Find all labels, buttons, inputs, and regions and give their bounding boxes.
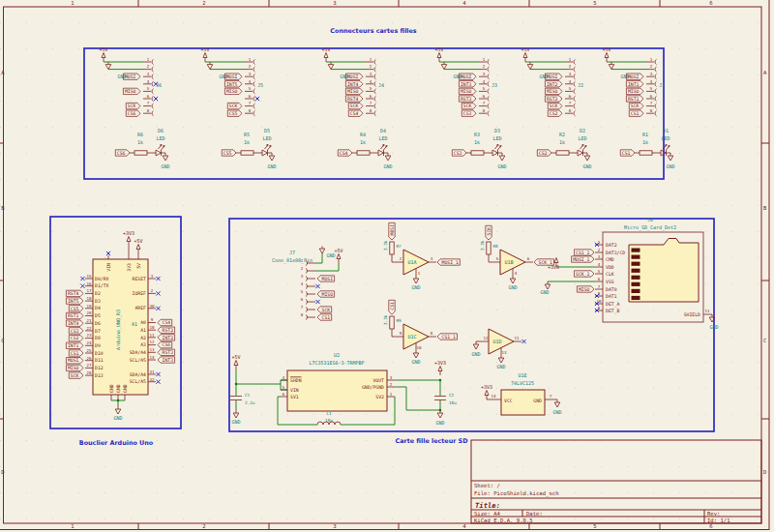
net-label-MISO[interactable]: MISO xyxy=(317,291,335,297)
net-label-MISO[interactable]: MISO xyxy=(626,88,643,94)
net-label-MOSI[interactable]: MOSI xyxy=(317,276,335,281)
net-label-RST2[interactable]: RST2 xyxy=(158,327,175,333)
net-label-INT3[interactable]: INT3 xyxy=(158,357,175,363)
net-label-SCK[interactable]: SCK xyxy=(629,103,643,108)
led-chain-d6[interactable]: CS6R61kD6LEDGND xyxy=(115,128,169,169)
connector-j5[interactable]: 12345678+5VGNDMOSIINT5MISOSCKCS5J5 xyxy=(200,46,263,116)
net-label-CS2[interactable]: CS2 xyxy=(69,335,83,340)
connector-j4[interactable]: 12345678+5VGNDMOSIINT4MISORST4SCKCS4J4 xyxy=(321,46,384,116)
net-label-MOSI[interactable]: MOSI xyxy=(389,222,395,240)
net-label-CS6[interactable]: CS6 xyxy=(115,150,130,156)
net-label-CS2[interactable]: CS2 xyxy=(548,110,562,116)
net-label-MISO[interactable]: MISO xyxy=(545,88,562,94)
net-label-MISO[interactable]: MISO xyxy=(224,88,242,94)
net-label-RST2[interactable]: RST2 xyxy=(545,96,562,102)
buffer-u1a[interactable]: U1AMOSI3.3kR723MOSI_11GND xyxy=(383,222,460,290)
net-label-CS5[interactable]: CS5 xyxy=(69,306,83,311)
net-label-RST1[interactable]: RST1 xyxy=(626,96,643,102)
net-label-SCK[interactable]: SCK xyxy=(227,103,242,108)
net-label-SCK[interactable]: SCK xyxy=(126,103,140,108)
net-label-CS5[interactable]: CS5 xyxy=(227,110,242,116)
net-label-MOSI[interactable]: MOSI xyxy=(345,74,363,79)
net-label-INT4[interactable]: INT4 xyxy=(345,81,363,87)
net-label-CS4[interactable]: CS4 xyxy=(348,110,363,116)
net-label-INT2[interactable]: INT2 xyxy=(158,335,175,340)
net-label-SCK[interactable]: SCK xyxy=(348,103,363,108)
net-label-MISO[interactable]: MISO xyxy=(123,88,140,94)
connector-j7[interactable]: J7Conn_01x08_Pin1GND2+5V3MOSI45MISO67SCK… xyxy=(272,247,343,321)
net-label-CS1_1[interactable]: CS1_1 xyxy=(575,250,595,256)
regulator-u2[interactable]: U2LTC3531ES6-3-TRMPBF4SHDN5VIN6SV13VOUT2… xyxy=(230,352,457,426)
net-label-CS2[interactable]: CS2 xyxy=(537,150,551,156)
connector-j6[interactable]: 12345678+5VGNDMOSIMISOSCKCS6J6 xyxy=(99,46,162,116)
net-label-CS4[interactable]: CS4 xyxy=(158,319,172,325)
sd-card-j8[interactable]: J8Micro_SD_Card_Det21DAT22DAT3/CDCS1_13C… xyxy=(540,217,718,330)
connector-j1[interactable]: 12345678+5VGNDMOSIINT1MISORST1SCKCS1J1 xyxy=(602,46,665,116)
net-label-RST4[interactable]: RST4 xyxy=(66,290,83,296)
net-label-MOSI[interactable]: MOSI xyxy=(626,74,643,79)
net-label-INT5[interactable]: INT5 xyxy=(224,81,242,87)
pin-number: 26 xyxy=(87,356,92,361)
net-label-MOSI_1[interactable]: MOSI_1 xyxy=(437,259,460,266)
pin-number: 5 xyxy=(283,385,285,390)
net-label-CS3[interactable]: CS3 xyxy=(69,328,83,334)
led-chain-d1[interactable]: CS1R11kD1LEDGND xyxy=(620,128,674,169)
pin-number: 18 xyxy=(87,296,92,301)
connector-j2[interactable]: 12345678+5VGNDMOSIINT2MISORST2SCKCS2J2 xyxy=(521,46,583,116)
net-label-CS5[interactable]: CS5 xyxy=(222,150,236,156)
net-label-RST3[interactable]: RST3 xyxy=(158,349,175,355)
ic-u1e[interactable]: U1E74LVC125+3V314VCCGND7GND xyxy=(481,372,562,415)
net-label-INT5[interactable]: INT5 xyxy=(66,298,83,304)
net-label-MOSI[interactable]: MOSI xyxy=(123,74,140,79)
gnd-icon xyxy=(413,350,419,358)
net-label-INT3[interactable]: INT3 xyxy=(459,81,476,87)
net-label-MOSI[interactable]: MOSI xyxy=(545,74,562,79)
net-label-CS6[interactable]: CS6 xyxy=(126,110,140,116)
net-label-CS3[interactable]: CS3 xyxy=(461,110,476,116)
pin-number: 3 xyxy=(301,274,304,279)
pin-name: GND xyxy=(123,384,128,393)
net-label-CS1[interactable]: CS1 xyxy=(69,350,83,356)
net-label-MOSI[interactable]: MOSI xyxy=(66,358,83,364)
led-chain-d5[interactable]: CS5R51kD5LEDGND xyxy=(222,128,276,169)
net-label-INT1[interactable]: INT1 xyxy=(626,81,643,87)
net-label-SCK[interactable]: SCK xyxy=(69,372,83,378)
led-chain-d3[interactable]: CS3R31kD3LEDGND xyxy=(452,128,506,169)
led-chain-d4[interactable]: CS4R41kD4LEDGND xyxy=(338,128,392,169)
net-label-INT4[interactable]: INT4 xyxy=(66,320,83,326)
connector-j3[interactable]: 12345678+5VGNDMOSIINT3MISORST3SCKCS3J3 xyxy=(434,46,497,116)
net-label-SCK_1[interactable]: SCK_1 xyxy=(575,271,595,278)
led-chain-d2[interactable]: CS2R21kD2LEDGND xyxy=(537,128,591,169)
resistor-icon xyxy=(487,242,491,254)
net-label-MISO[interactable]: MISO xyxy=(66,365,83,370)
net-label-SCK[interactable]: SCK xyxy=(486,225,491,240)
buffer-u1c[interactable]: U1CCS13.3kR998CS1_110GND xyxy=(383,300,458,365)
net-label-SCK[interactable]: SCK xyxy=(461,103,476,108)
net-label-MISO[interactable]: MISO xyxy=(345,88,363,94)
net-label-MISO[interactable]: MISO xyxy=(459,88,476,94)
net-label-CS1_1[interactable]: CS1_1 xyxy=(437,334,458,340)
net-label-CS3[interactable]: CS3 xyxy=(452,150,466,156)
buffer-u1b[interactable]: U1BSCK3.3kR856SCK_14GND xyxy=(480,225,554,290)
net-label-MOSI[interactable]: MOSI xyxy=(224,74,242,79)
net-label-MOSI[interactable]: MOSI xyxy=(459,74,476,79)
net-label-CS1[interactable]: CS1 xyxy=(317,314,332,320)
net-label-INT2[interactable]: INT2 xyxy=(545,81,562,87)
net-label-SCK[interactable]: SCK xyxy=(317,307,332,312)
net-label-CS1[interactable]: CS1 xyxy=(389,300,395,314)
net-label-CS1[interactable]: CS1 xyxy=(629,110,643,116)
net-label-MOSI_1[interactable]: MOSI_1 xyxy=(572,256,594,263)
net-label-SCK[interactable]: SCK xyxy=(548,103,562,108)
net-label-RST4[interactable]: RST4 xyxy=(345,96,363,102)
pin-name: D10 xyxy=(95,351,104,356)
net-label-RST1[interactable]: RST1 xyxy=(66,312,83,318)
net-label-CS6[interactable]: CS6 xyxy=(158,341,172,347)
buffer-u1d[interactable]: U1DGND121113GND xyxy=(471,329,525,369)
net-label-INT1[interactable]: INT1 xyxy=(66,342,83,348)
net-label-MISO[interactable]: MISO xyxy=(577,286,594,292)
net-label-CS4[interactable]: CS4 xyxy=(338,150,352,156)
pin-name: SDA/A4 xyxy=(130,350,146,355)
net-label-RST3[interactable]: RST3 xyxy=(459,96,476,102)
arduino-uno-symbol[interactable]: Arduino_UNO_R3A115D0/RX16D1/TX17D2RST418… xyxy=(66,230,174,421)
net-label-CS1[interactable]: CS1 xyxy=(620,150,635,156)
